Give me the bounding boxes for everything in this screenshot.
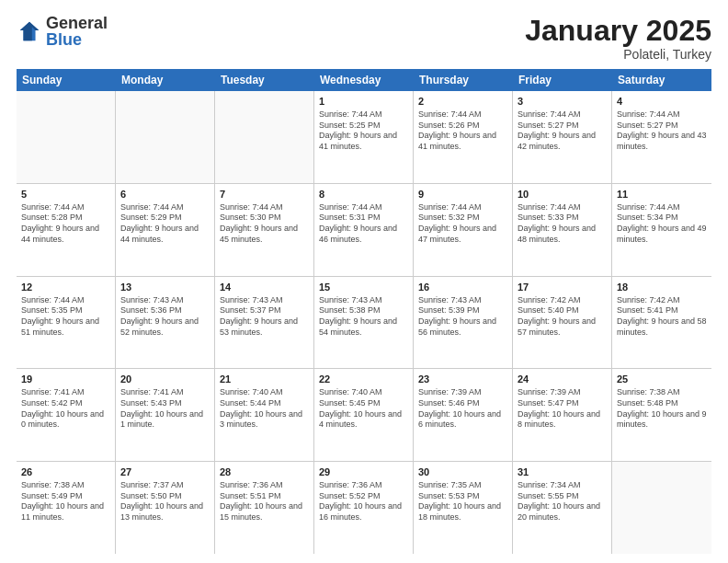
day-cell-20: 20Sunrise: 7:41 AM Sunset: 5:43 PM Dayli… <box>116 369 215 461</box>
day-cell-17: 17Sunrise: 7:42 AM Sunset: 5:40 PM Dayli… <box>513 277 612 369</box>
day-number: 27 <box>120 465 210 479</box>
day-info: Sunrise: 7:44 AM Sunset: 5:29 PM Dayligh… <box>120 202 210 246</box>
day-cell-13: 13Sunrise: 7:43 AM Sunset: 5:36 PM Dayli… <box>116 277 215 369</box>
day-info: Sunrise: 7:38 AM Sunset: 5:48 PM Dayligh… <box>617 387 707 431</box>
day-cell-7: 7Sunrise: 7:44 AM Sunset: 5:30 PM Daylig… <box>215 184 314 276</box>
day-cell-27: 27Sunrise: 7:37 AM Sunset: 5:50 PM Dayli… <box>116 462 215 554</box>
week-row-4: 19Sunrise: 7:41 AM Sunset: 5:42 PM Dayli… <box>17 369 711 462</box>
day-info: Sunrise: 7:41 AM Sunset: 5:43 PM Dayligh… <box>120 387 210 431</box>
day-info: Sunrise: 7:42 AM Sunset: 5:40 PM Dayligh… <box>518 295 607 339</box>
day-info: Sunrise: 7:44 AM Sunset: 5:32 PM Dayligh… <box>418 202 507 246</box>
day-info: Sunrise: 7:41 AM Sunset: 5:42 PM Dayligh… <box>21 387 110 431</box>
day-number: 5 <box>21 188 110 201</box>
day-info: Sunrise: 7:35 AM Sunset: 5:53 PM Dayligh… <box>418 480 507 523</box>
day-cell-empty <box>116 91 215 183</box>
day-info: Sunrise: 7:34 AM Sunset: 5:55 PM Dayligh… <box>518 480 607 523</box>
day-info: Sunrise: 7:44 AM Sunset: 5:26 PM Dayligh… <box>418 109 507 153</box>
day-number: 8 <box>319 188 408 201</box>
day-number: 26 <box>21 465 110 479</box>
day-cell-23: 23Sunrise: 7:39 AM Sunset: 5:46 PM Dayli… <box>414 369 513 461</box>
day-info: Sunrise: 7:44 AM Sunset: 5:27 PM Dayligh… <box>518 109 607 153</box>
day-cell-6: 6Sunrise: 7:44 AM Sunset: 5:29 PM Daylig… <box>116 184 215 276</box>
day-number: 20 <box>120 373 210 386</box>
day-number: 23 <box>418 373 507 386</box>
day-number: 30 <box>418 465 507 479</box>
day-number: 6 <box>120 188 210 201</box>
day-info: Sunrise: 7:39 AM Sunset: 5:47 PM Dayligh… <box>518 387 607 431</box>
day-cell-26: 26Sunrise: 7:38 AM Sunset: 5:49 PM Dayli… <box>17 462 116 554</box>
day-info: Sunrise: 7:43 AM Sunset: 5:39 PM Dayligh… <box>418 295 507 339</box>
day-number: 7 <box>220 188 309 201</box>
day-cell-16: 16Sunrise: 7:43 AM Sunset: 5:39 PM Dayli… <box>414 277 513 369</box>
logo: General Blue <box>17 15 108 48</box>
day-cell-10: 10Sunrise: 7:44 AM Sunset: 5:33 PM Dayli… <box>513 184 612 276</box>
day-cell-22: 22Sunrise: 7:40 AM Sunset: 5:45 PM Dayli… <box>314 369 414 461</box>
day-cell-empty <box>612 462 711 554</box>
day-info: Sunrise: 7:43 AM Sunset: 5:38 PM Dayligh… <box>319 295 408 339</box>
day-number: 29 <box>319 465 408 479</box>
day-info: Sunrise: 7:44 AM Sunset: 5:27 PM Dayligh… <box>617 109 707 153</box>
title-block: January 2025 Polateli, Turkey <box>525 15 711 62</box>
day-cell-4: 4Sunrise: 7:44 AM Sunset: 5:27 PM Daylig… <box>612 91 711 183</box>
day-cell-15: 15Sunrise: 7:43 AM Sunset: 5:38 PM Dayli… <box>314 277 414 369</box>
day-info: Sunrise: 7:43 AM Sunset: 5:37 PM Dayligh… <box>220 295 309 339</box>
day-info: Sunrise: 7:44 AM Sunset: 5:31 PM Dayligh… <box>319 202 408 246</box>
day-number: 13 <box>120 281 210 294</box>
day-info: Sunrise: 7:42 AM Sunset: 5:41 PM Dayligh… <box>617 295 707 339</box>
day-header-sunday: Sunday <box>17 69 116 91</box>
day-info: Sunrise: 7:40 AM Sunset: 5:45 PM Dayligh… <box>319 387 408 431</box>
day-cell-empty <box>215 91 314 183</box>
day-number: 15 <box>319 281 408 294</box>
day-cell-14: 14Sunrise: 7:43 AM Sunset: 5:37 PM Dayli… <box>215 277 314 369</box>
day-number: 9 <box>418 188 507 201</box>
day-info: Sunrise: 7:44 AM Sunset: 5:34 PM Dayligh… <box>617 202 707 246</box>
day-cell-31: 31Sunrise: 7:34 AM Sunset: 5:55 PM Dayli… <box>513 462 612 554</box>
day-number: 10 <box>518 188 607 201</box>
logo-blue-text: Blue <box>46 31 108 48</box>
day-cell-12: 12Sunrise: 7:44 AM Sunset: 5:35 PM Dayli… <box>17 277 116 369</box>
svg-marker-1 <box>20 22 40 41</box>
day-number: 4 <box>617 95 707 109</box>
day-number: 18 <box>617 281 707 294</box>
day-header-thursday: Thursday <box>414 69 513 91</box>
day-info: Sunrise: 7:39 AM Sunset: 5:46 PM Dayligh… <box>418 387 507 431</box>
day-cell-9: 9Sunrise: 7:44 AM Sunset: 5:32 PM Daylig… <box>414 184 513 276</box>
day-info: Sunrise: 7:36 AM Sunset: 5:51 PM Dayligh… <box>220 480 309 523</box>
day-number: 25 <box>617 373 707 386</box>
day-cell-1: 1Sunrise: 7:44 AM Sunset: 5:25 PM Daylig… <box>314 91 414 183</box>
page: General Blue January 2025 Polateli, Turk… <box>0 0 728 563</box>
week-row-1: 1Sunrise: 7:44 AM Sunset: 5:25 PM Daylig… <box>17 91 711 184</box>
week-row-2: 5Sunrise: 7:44 AM Sunset: 5:28 PM Daylig… <box>17 184 711 277</box>
day-info: Sunrise: 7:44 AM Sunset: 5:30 PM Dayligh… <box>220 202 309 246</box>
calendar-body: 1Sunrise: 7:44 AM Sunset: 5:25 PM Daylig… <box>17 91 711 554</box>
day-info: Sunrise: 7:44 AM Sunset: 5:25 PM Dayligh… <box>319 109 408 153</box>
day-cell-29: 29Sunrise: 7:36 AM Sunset: 5:52 PM Dayli… <box>314 462 414 554</box>
day-number: 3 <box>518 95 607 109</box>
day-cell-3: 3Sunrise: 7:44 AM Sunset: 5:27 PM Daylig… <box>513 91 612 183</box>
day-number: 24 <box>518 373 607 386</box>
day-number: 14 <box>220 281 309 294</box>
day-number: 1 <box>319 95 408 109</box>
logo-icon <box>17 18 42 44</box>
day-cell-24: 24Sunrise: 7:39 AM Sunset: 5:47 PM Dayli… <box>513 369 612 461</box>
day-header-monday: Monday <box>116 69 215 91</box>
day-number: 21 <box>220 373 309 386</box>
day-cell-21: 21Sunrise: 7:40 AM Sunset: 5:44 PM Dayli… <box>215 369 314 461</box>
day-number: 11 <box>617 188 707 201</box>
day-info: Sunrise: 7:44 AM Sunset: 5:33 PM Dayligh… <box>518 202 607 246</box>
day-cell-2: 2Sunrise: 7:44 AM Sunset: 5:26 PM Daylig… <box>414 91 513 183</box>
day-info: Sunrise: 7:43 AM Sunset: 5:36 PM Dayligh… <box>120 295 210 339</box>
day-info: Sunrise: 7:36 AM Sunset: 5:52 PM Dayligh… <box>319 480 408 523</box>
day-info: Sunrise: 7:40 AM Sunset: 5:44 PM Dayligh… <box>220 387 309 431</box>
day-number: 31 <box>518 465 607 479</box>
calendar-header: SundayMondayTuesdayWednesdayThursdayFrid… <box>17 69 711 91</box>
day-number: 16 <box>418 281 507 294</box>
day-cell-28: 28Sunrise: 7:36 AM Sunset: 5:51 PM Dayli… <box>215 462 314 554</box>
day-info: Sunrise: 7:44 AM Sunset: 5:35 PM Dayligh… <box>21 295 110 339</box>
day-number: 19 <box>21 373 110 386</box>
month-title: January 2025 <box>525 15 711 47</box>
day-number: 17 <box>518 281 607 294</box>
day-info: Sunrise: 7:37 AM Sunset: 5:50 PM Dayligh… <box>120 480 210 523</box>
day-cell-25: 25Sunrise: 7:38 AM Sunset: 5:48 PM Dayli… <box>612 369 711 461</box>
calendar: SundayMondayTuesdayWednesdayThursdayFrid… <box>17 69 711 554</box>
